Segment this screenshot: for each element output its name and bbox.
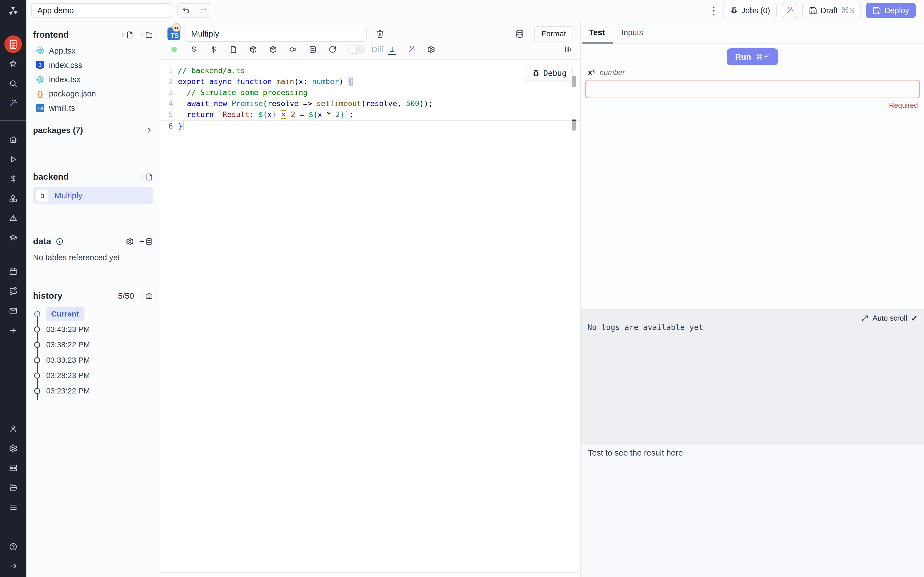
add-snapshot-button[interactable]: + — [139, 292, 153, 300]
line-number: 3 — [160, 87, 178, 98]
run-button[interactable]: Run ⌘⏎ — [727, 48, 778, 65]
autoscroll-label: Auto scroll — [872, 314, 907, 322]
editor-scrollbar-decoration[interactable] — [572, 119, 576, 131]
file-row-package-json[interactable]: {} package.json — [33, 87, 153, 101]
undo-button[interactable] — [178, 4, 195, 17]
home-icon[interactable] — [7, 134, 19, 146]
db-explorer-icon[interactable] — [515, 29, 524, 39]
code-line[interactable]: 3 // Simulate some processing — [160, 87, 580, 98]
delete-script-button[interactable] — [375, 29, 385, 39]
test-panel: Test Inputs Run ⌘⏎ x*number Required — [580, 21, 924, 577]
info-icon[interactable] — [55, 237, 64, 246]
mail-icon[interactable] — [7, 305, 19, 317]
add-plus-icon[interactable] — [7, 324, 19, 337]
code-line[interactable]: 5 return `Result: ${x} × 2 = ${x * 2}`; — [160, 109, 580, 120]
packages-expander[interactable]: packages (7) — [33, 126, 153, 135]
required-star: * — [592, 68, 595, 77]
history-time: 03:38:22 PM — [46, 340, 90, 349]
workspace-button[interactable] — [5, 35, 22, 53]
history-entry[interactable]: 03:33:23 PM — [33, 353, 153, 368]
add-folder-button[interactable]: + — [139, 31, 153, 39]
main-column: ⋮ Jobs (0) Draft ⌘S Deploy frontend — [26, 0, 924, 577]
diff-toggle[interactable] — [348, 45, 365, 54]
file-row-wmill-ts[interactable]: TS wmill.ts — [33, 101, 153, 115]
tab-inputs[interactable]: Inputs — [621, 28, 643, 37]
flows-route-icon[interactable] — [7, 285, 19, 297]
add-script-button[interactable]: + — [139, 173, 153, 181]
file-row-app-tsx[interactable]: App.tsx — [33, 44, 153, 58]
schedules-calendar-icon[interactable] — [7, 266, 19, 277]
file-name: wmill.ts — [49, 103, 75, 113]
editor-settings-gear-icon[interactable] — [427, 45, 436, 54]
history-entry[interactable]: 03:23:22 PM — [33, 383, 153, 399]
history-entry[interactable]: 03:28:23 PM — [33, 368, 153, 383]
variables-dollar-icon[interactable] — [7, 173, 19, 185]
ai-wand-icon[interactable] — [407, 45, 416, 54]
audit-list-icon[interactable] — [7, 501, 19, 513]
folders-icon[interactable] — [7, 482, 19, 494]
database-icon[interactable] — [308, 45, 317, 54]
add-file-button[interactable]: + — [120, 31, 134, 39]
windmill-logo-icon[interactable] — [7, 5, 19, 17]
run-shortcut: ⌘⏎ — [755, 53, 769, 61]
x-number-input[interactable] — [585, 80, 920, 98]
test-tabbar: Test Inputs — [581, 21, 924, 44]
deploy-button[interactable]: Deploy — [866, 3, 916, 18]
autoscroll-control[interactable]: Auto scroll ✓ — [861, 314, 918, 323]
ai-wand-icon[interactable] — [7, 97, 19, 109]
settings-gear-icon[interactable] — [7, 442, 19, 455]
code-editor[interactable]: 1// backend/a.ts2export async function m… — [160, 60, 580, 577]
history-entry[interactable]: 03:43:23 PM — [33, 322, 153, 337]
help-icon[interactable] — [7, 541, 19, 553]
script-name-input[interactable] — [184, 26, 367, 42]
variable-dollar-icon[interactable] — [189, 45, 198, 54]
code-line[interactable]: 2export async function main(x: number) { — [160, 76, 580, 87]
library-icon[interactable] — [564, 45, 573, 54]
search-icon[interactable] — [7, 77, 19, 90]
format-button[interactable]: Format — [534, 26, 573, 42]
resource-package-icon[interactable] — [249, 45, 258, 54]
history-current[interactable]: Current — [33, 306, 153, 322]
workers-server-cog-icon[interactable] — [7, 462, 19, 474]
secret-dollar-icon[interactable] — [209, 45, 218, 54]
file-row-index-css[interactable]: 3 index.css — [33, 58, 153, 72]
database-icon — [515, 29, 524, 39]
file-row-index-tsx[interactable]: index.tsx — [33, 72, 153, 87]
collapse-arrow-right-icon[interactable] — [7, 560, 19, 572]
reset-refresh-icon[interactable] — [328, 45, 337, 54]
expand-icon[interactable] — [861, 314, 869, 322]
data-settings-gear-icon[interactable] — [126, 237, 134, 246]
debug-label: Debug — [543, 69, 567, 78]
diff-plusminus-icon[interactable]: ± — [388, 45, 396, 55]
jobs-button[interactable]: Jobs (0) — [723, 3, 777, 18]
save-icon — [809, 6, 817, 15]
runs-play-icon[interactable] — [7, 153, 19, 165]
resource-type-package-icon[interactable] — [269, 45, 278, 54]
contextual-file-icon[interactable] — [229, 45, 238, 54]
redo-button[interactable] — [195, 4, 212, 17]
magic-wand-icon — [785, 6, 794, 15]
autoscroll-checkmark[interactable]: ✓ — [911, 314, 918, 323]
app-name-input[interactable] — [31, 3, 172, 18]
code-line[interactable]: 4 await new Promise(resolve => setTimeou… — [160, 98, 580, 109]
code-line[interactable]: 6} — [160, 120, 580, 132]
history-entry[interactable]: 03:38:22 PM — [33, 337, 153, 353]
code-line[interactable]: 1// backend/a.ts — [160, 65, 580, 76]
draft-button[interactable]: Draft ⌘S — [802, 3, 861, 18]
tutorials-graduation-cap-icon[interactable] — [7, 232, 19, 244]
typescript-badge-icon: TS — [168, 27, 180, 40]
key-icon[interactable] — [289, 45, 297, 54]
user-icon[interactable] — [7, 422, 19, 435]
add-table-button[interactable]: + — [139, 237, 153, 246]
debug-button[interactable]: Debug — [526, 66, 573, 81]
ai-assistant-button[interactable] — [782, 3, 797, 18]
windmill-app-editor: ⋮ Jobs (0) Draft ⌘S Deploy frontend — [0, 0, 924, 577]
history-title: history — [33, 291, 62, 301]
editor-scrollbar-thumb[interactable] — [572, 76, 576, 87]
triggers-prism-icon[interactable] — [7, 212, 19, 224]
more-menu-kebab-icon[interactable]: ⋮ — [707, 5, 718, 16]
tab-test[interactable]: Test — [589, 28, 605, 37]
backend-script-multiply[interactable]: a Multiply — [33, 187, 153, 205]
resources-boxes-icon[interactable] — [7, 193, 19, 205]
favorites-star-icon[interactable] — [7, 58, 19, 70]
